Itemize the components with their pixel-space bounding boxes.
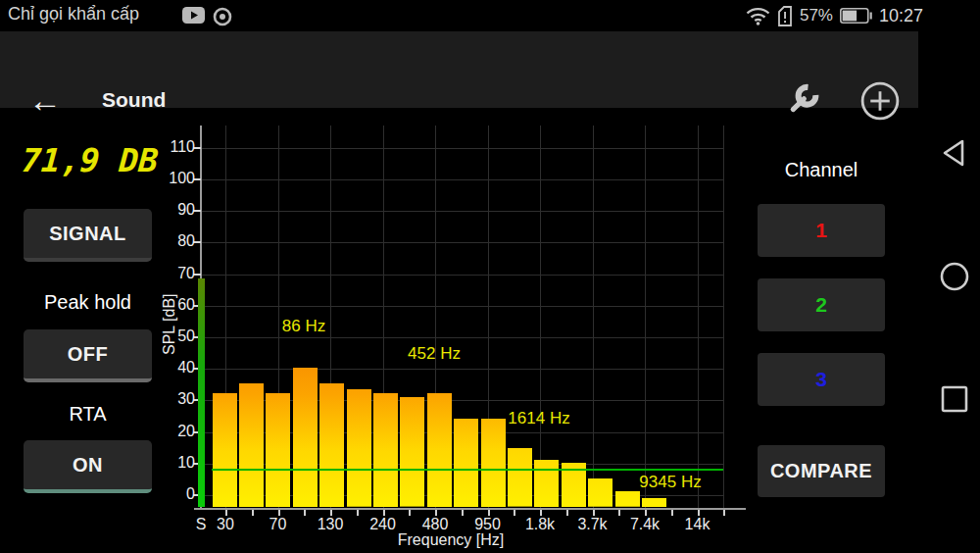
nav-home-button[interactable] <box>929 251 980 302</box>
gridline-horizontal <box>201 464 723 465</box>
x-axis-tick <box>462 510 464 516</box>
add-circle-icon[interactable] <box>855 76 906 126</box>
wifi-icon <box>746 7 770 25</box>
app-header: ← Sound <box>0 31 918 108</box>
back-arrow-icon[interactable]: ← <box>24 80 67 124</box>
y-axis-tick <box>193 463 201 465</box>
min-level-line <box>212 469 723 471</box>
rta-bar <box>239 383 264 507</box>
x-axis-tick <box>698 510 700 516</box>
y-axis-tick <box>193 241 201 243</box>
channel-2-button[interactable]: 2 <box>758 278 885 331</box>
rta-bar <box>266 393 290 508</box>
y-tick-label: 70 <box>154 265 195 282</box>
y-axis-tick <box>193 368 201 370</box>
x-axis-tick <box>645 510 647 516</box>
gridline-vertical <box>435 126 436 508</box>
gridline-horizontal <box>201 148 723 149</box>
rta-bar <box>293 368 318 508</box>
status-bar: Chỉ gọi khẩn cấp 57% 10:27 <box>0 0 980 30</box>
signal-button[interactable]: SIGNAL <box>24 209 152 262</box>
gridline-vertical <box>540 126 541 508</box>
x-axis-tick <box>618 510 620 516</box>
gridline-horizontal <box>201 242 723 243</box>
rta-bar <box>427 393 452 508</box>
rta-bar <box>615 491 640 507</box>
x-axis-tick <box>357 510 359 516</box>
rta-bar <box>481 419 506 508</box>
x-axis-tick <box>514 510 515 516</box>
y-tick-label: 30 <box>154 390 195 408</box>
gridline-vertical <box>488 126 489 508</box>
x-axis-tick <box>252 510 254 516</box>
wrench-icon[interactable] <box>778 76 829 126</box>
x-axis-tick <box>435 510 437 516</box>
status-icons-group: 57% 10:27 <box>746 4 923 27</box>
peak-frequency-label: 9345 Hz <box>639 473 701 492</box>
rta-bar <box>534 460 559 507</box>
rta-bar <box>373 393 398 508</box>
x-axis-tick <box>723 510 725 516</box>
x-axis-tick <box>671 510 673 516</box>
recents-square-icon[interactable] <box>929 374 980 425</box>
battery-percent: 57% <box>800 6 833 25</box>
y-axis-tick <box>193 494 201 496</box>
rta-toggle-button[interactable]: ON <box>24 440 152 493</box>
y-tick-label: 100 <box>154 170 195 187</box>
y-axis-tick <box>193 305 201 307</box>
gridline-vertical <box>383 126 384 508</box>
y-axis-tick <box>193 210 201 212</box>
gridline-vertical <box>225 126 226 508</box>
gridline-vertical <box>593 126 594 508</box>
rta-bar <box>213 393 237 508</box>
gridline-vertical <box>645 126 646 508</box>
y-axis-tick <box>193 399 201 401</box>
compare-button[interactable]: COMPARE <box>758 445 885 497</box>
signal-level-bar <box>198 278 205 508</box>
x-axis-tick <box>409 510 411 516</box>
rta-bar <box>319 383 344 507</box>
x-axis-tick <box>488 510 490 516</box>
y-tick-label: 80 <box>154 232 195 250</box>
x-axis-line <box>194 508 746 510</box>
peak-frequency-label: 452 Hz <box>408 344 461 364</box>
rta-bar <box>508 448 532 507</box>
x-tick-label: 70 <box>270 516 287 533</box>
screen-record-icon <box>213 7 232 26</box>
rta-bar <box>347 389 371 507</box>
y-tick-label: 10 <box>154 454 195 472</box>
home-circle-icon <box>938 260 971 293</box>
gridline-vertical <box>278 126 279 508</box>
sim-alert-icon <box>777 6 793 26</box>
channel-3-button[interactable]: 3 <box>758 353 885 406</box>
page-title: Sound <box>102 88 166 112</box>
recents-square-icon <box>938 382 971 416</box>
channel-1-button[interactable]: 1 <box>758 204 885 257</box>
nav-back-button[interactable] <box>929 127 980 178</box>
x-axis-tick <box>540 510 542 516</box>
peak-hold-toggle-button[interactable]: OFF <box>24 329 152 382</box>
gridline-horizontal <box>201 432 723 433</box>
youtube-icon <box>182 7 205 24</box>
gridline-vertical <box>330 126 331 508</box>
gridline-vertical <box>723 126 724 508</box>
peak-hold-label: Peak hold <box>24 291 152 314</box>
x-axis-tick <box>566 510 568 516</box>
y-axis-tick <box>193 178 201 180</box>
channel-label: Channel <box>758 159 885 181</box>
y-tick-label: 0 <box>154 485 195 503</box>
y-tick-label: 40 <box>154 359 195 377</box>
rta-bar <box>588 478 612 507</box>
gridline-horizontal <box>201 275 723 276</box>
x-tick-label: 3.7k <box>577 516 607 533</box>
gridline-vertical <box>698 126 699 508</box>
db-level-display: 71,9 DB <box>20 141 160 186</box>
x-axis-tick <box>304 510 306 516</box>
peak-frequency-label: 86 Hz <box>282 317 325 336</box>
y-axis-title: SPL [dB] <box>161 310 178 355</box>
rta-bar <box>454 419 478 508</box>
y-tick-label: 20 <box>154 423 195 440</box>
battery-icon <box>840 8 872 24</box>
y-axis-tick <box>193 274 201 276</box>
peak-frequency-label: 1614 Hz <box>508 409 569 428</box>
